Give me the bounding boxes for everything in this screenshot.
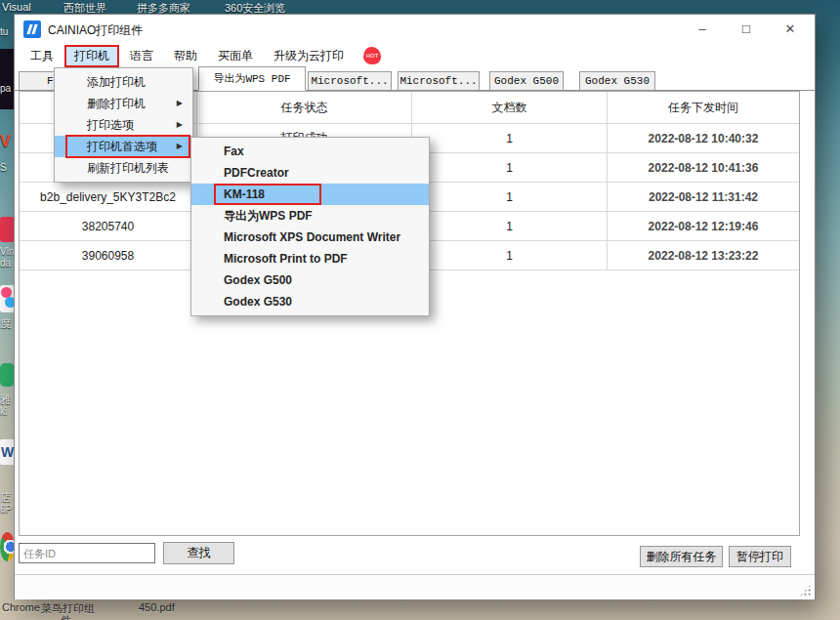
word-icon-glyph: W — [0, 439, 15, 465]
tab-godex-g530[interactable]: Godex G530 — [579, 71, 655, 90]
tab-microsoft-2[interactable]: Microsoft... — [398, 71, 480, 90]
menu-printer[interactable]: 打印机 — [64, 45, 119, 67]
menu-upgrade-cloud-print[interactable]: 升级为云打印 — [264, 45, 354, 67]
status-bar — [15, 574, 815, 599]
menu-buy-sheet[interactable]: 买面单 — [208, 45, 263, 67]
cell-doc-count: 1 — [412, 183, 608, 211]
cell-doc-count: 1 — [412, 153, 608, 182]
menu-item-label: 打印选项 — [87, 118, 134, 132]
submenu-item-ms-print-to-pdf[interactable]: Microsoft Print to PDF — [191, 248, 429, 269]
menu-item-label: 删除打印机 — [87, 97, 146, 110]
menu-item-print-options[interactable]: 打印选项 ▶ — [55, 114, 192, 136]
menu-item-refresh-printer-list[interactable]: 刷新打印机列表 — [55, 157, 192, 179]
menu-tools[interactable]: 工具 — [21, 45, 63, 67]
submenu-arrow-icon: ▶ — [177, 114, 183, 136]
header-task-time[interactable]: 任务下发时间 — [608, 92, 799, 123]
submenu-item-godex-g500[interactable]: Godex G500 — [191, 269, 429, 291]
submenu-item-godex-g530[interactable]: Godex G530 — [191, 291, 429, 312]
cell-doc-count: 1 — [412, 241, 608, 269]
tab-godex-g500[interactable]: Godex G500 — [489, 71, 564, 90]
app-icon — [23, 21, 41, 38]
green-app-icon[interactable] — [0, 363, 15, 387]
cell-task-time: 2022-08-12 13:23:22 — [608, 241, 799, 269]
submenu-item-pdfcreator[interactable]: PDFCreator — [191, 162, 429, 184]
desktop-shortcut-label[interactable]: 450.pdf — [139, 601, 175, 613]
cell-task-time: 2022-08-12 10:41:36 — [608, 153, 799, 182]
hot-flame-icon[interactable]: HOT — [363, 47, 381, 64]
submenu-arrow-icon: ▶ — [177, 136, 183, 157]
submenu-item-km-118[interactable]: KM-118 — [191, 184, 429, 205]
find-button[interactable]: 查找 — [163, 542, 234, 564]
cell-task-time: 2022-08-12 10:40:32 — [608, 124, 799, 152]
menu-help[interactable]: 帮助 — [164, 45, 207, 67]
cell-task-time: 2022-08-12 12:19:46 — [608, 212, 799, 240]
header-task-status[interactable]: 任务状态 — [197, 92, 412, 123]
cell-task-name: 38205740 — [20, 212, 197, 240]
submenu-item-fax[interactable]: Fax — [191, 141, 429, 162]
pause-print-button[interactable]: 暂停打印 — [729, 546, 791, 567]
minimize-button[interactable]: – — [685, 15, 720, 44]
desktop-shortcut-label[interactable]: Chrome — [2, 601, 40, 613]
red-app-icon[interactable] — [0, 217, 15, 242]
delete-all-tasks-button[interactable]: 删除所有任务 — [640, 546, 723, 567]
header-doc-count[interactable]: 文档数 — [412, 92, 608, 123]
word-icon[interactable]: W — [0, 439, 15, 465]
submenu-item-ms-xps-writer[interactable]: Microsoft XPS Document Writer — [191, 227, 429, 248]
menu-bar: 工具 打印机 语言 帮助 买面单 升级为云打印 HOT — [15, 44, 815, 67]
tab-microsoft-1[interactable]: Microsoft... — [308, 71, 392, 90]
cell-task-name: 39060958 — [20, 241, 197, 269]
baidu-pan-icon[interactable] — [0, 285, 15, 312]
cell-doc-count: 1 — [412, 124, 608, 152]
menu-item-delete-printer[interactable]: 删除打印机 ▶ — [55, 93, 192, 114]
menu-item-add-printer[interactable]: 添加打印机 — [55, 71, 192, 93]
window-title: CAINIAO打印组件 — [48, 22, 143, 39]
cell-task-name: b2b_delivery_5KY3T2Bc2 — [20, 183, 197, 211]
cell-doc-count: 1 — [412, 212, 608, 240]
resize-grip[interactable] — [799, 584, 812, 597]
printer-dropdown-menu: 添加打印机 删除打印机 ▶ 打印选项 ▶ 打印机首选项 ▶ 刷新打印机列表 — [54, 67, 193, 183]
chrome-icon[interactable] — [0, 532, 15, 561]
menu-item-label: 打印机首选项 — [87, 140, 157, 153]
menu-language[interactable]: 语言 — [120, 45, 163, 67]
cell-task-time: 2022-08-12 11:31:42 — [608, 183, 799, 211]
desktop-shortcut-label: 件 — [61, 613, 71, 620]
menu-item-printer-preferences[interactable]: 打印机首选项 ▶ — [55, 136, 192, 157]
submenu-arrow-icon: ▶ — [177, 93, 183, 114]
close-button[interactable]: ✕ — [773, 15, 808, 44]
submenu-item-export-wps-pdf[interactable]: 导出为WPS PDF — [191, 205, 429, 227]
menu-item-label: KM-118 — [224, 187, 265, 201]
desktop-icon[interactable] — [0, 49, 15, 109]
tab-export-wps-pdf[interactable]: 导出为WPS PDF — [198, 66, 306, 91]
titlebar[interactable]: CAINIAO打印组件 – ☐ ✕ — [15, 15, 815, 44]
printer-preferences-submenu: Fax PDFCreator KM-118 导出为WPS PDF Microso… — [190, 137, 430, 316]
maximize-button[interactable]: ☐ — [729, 15, 764, 44]
task-id-input[interactable] — [19, 543, 155, 563]
desktop-shortcut-label[interactable]: Visual — [2, 1, 31, 13]
